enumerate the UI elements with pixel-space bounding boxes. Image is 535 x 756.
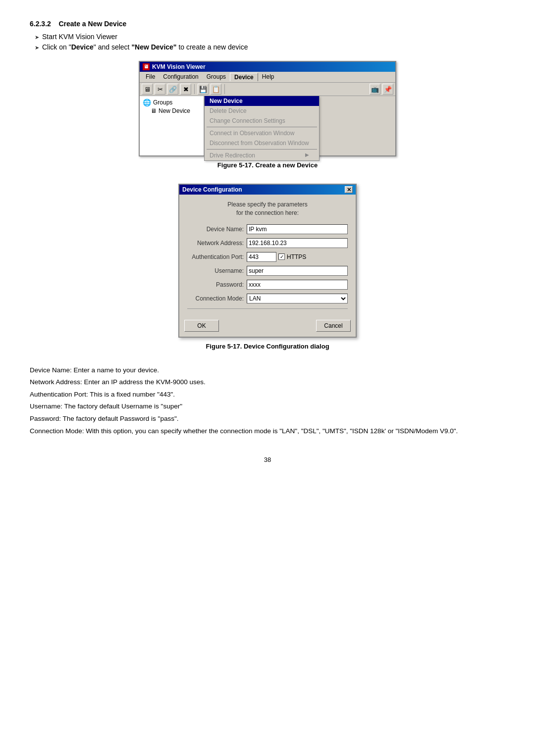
- password-row: Password:: [187, 280, 348, 290]
- toolbar-btn-6[interactable]: 📋: [211, 84, 221, 95]
- desc-username: Username: The factory default Username i…: [30, 401, 505, 412]
- device-config-dialog: Device Configuration ✕ Please specify th…: [178, 184, 357, 338]
- globe-icon: 🌐: [143, 99, 151, 106]
- desc-device-name: Device Name: Enter a name to your device…: [30, 365, 505, 376]
- sidebar-item-groups: 🌐 Groups: [142, 98, 202, 107]
- kvm-body: 🌐 Groups 🖥 New Device New Device Delete …: [140, 96, 395, 155]
- menu-groups[interactable]: Groups: [203, 73, 230, 81]
- kvm-sidebar: 🌐 Groups 🖥 New Device: [140, 96, 204, 155]
- desc-connection-mode: Connection Mode: With this option, you c…: [30, 426, 505, 437]
- menu-configuration[interactable]: Configuration: [159, 73, 202, 81]
- device-name-label: Device Name:: [187, 226, 247, 233]
- dialog-divider: [187, 308, 348, 309]
- toolbar-btn-5[interactable]: 💾: [198, 84, 209, 95]
- kvm-app-icon: 🖥: [143, 63, 150, 70]
- menu-item-delete-device[interactable]: Delete Device: [205, 106, 319, 116]
- username-label: Username:: [187, 267, 247, 274]
- toolbar-separator-1: [194, 84, 195, 94]
- auth-port-row: Authentication Port: ✓ HTTPS: [187, 252, 348, 262]
- desc-network-address: Network Address: Enter an IP address the…: [30, 377, 505, 388]
- kvm-toolbar: 🖥 ✂ 🔗 ✖ 💾 📋 📺 📌: [140, 83, 395, 96]
- dialog-close-button[interactable]: ✕: [345, 186, 353, 193]
- menu-item-drive-redirection[interactable]: Drive Redirection: [205, 151, 319, 160]
- dialog-buttons: OK Cancel: [179, 320, 356, 337]
- menu-item-change-connection[interactable]: Change Connection Settings: [205, 116, 319, 126]
- menu-item-connect-obs[interactable]: Connect in Observation Window: [205, 128, 319, 138]
- menu-help[interactable]: Help: [258, 73, 278, 81]
- dialog-subtitle: Please specify the parameters for the co…: [187, 201, 348, 217]
- description-section: Device Name: Enter a name to your device…: [30, 365, 505, 437]
- https-checkbox[interactable]: ✓: [278, 253, 285, 260]
- groups-label: Groups: [153, 99, 172, 106]
- menu-separator-2: [207, 149, 317, 150]
- username-row: Username:: [187, 266, 348, 276]
- device-dropdown-menu: New Device Delete Device Change Connecti…: [204, 96, 320, 161]
- device-icon: 🖥: [151, 107, 157, 114]
- desc-auth-port: Authentication Port: This is a fixed num…: [30, 389, 505, 400]
- dialog-body: Please specify the parameters for the co…: [179, 195, 356, 320]
- toolbar-btn-8[interactable]: 📌: [382, 84, 393, 95]
- device-name-row: Device Name:: [187, 224, 348, 234]
- new-device-label: New Device: [159, 107, 190, 114]
- kvm-window-title: KVM Vision Viewer: [152, 63, 206, 70]
- network-address-input[interactable]: [247, 238, 348, 248]
- section-heading: 6.2.3.2 Create a New Device: [30, 20, 505, 28]
- bullet-list: Start KVM Vision Viewer Click on "Device…: [35, 33, 505, 51]
- menu-item-new-device[interactable]: New Device: [205, 96, 319, 106]
- section-title: Create a New Device: [58, 20, 126, 28]
- sidebar-item-new-device[interactable]: 🖥 New Device: [150, 107, 202, 115]
- menu-device[interactable]: Device: [230, 73, 258, 81]
- kvm-window: 🖥 KVM Vision Viewer File Configuration G…: [139, 61, 396, 156]
- kvm-main-area: New Device Delete Device Change Connecti…: [204, 96, 395, 155]
- section-number: 6.2.3.2: [30, 20, 51, 28]
- desc-password: Password: The factory default Password i…: [30, 413, 505, 424]
- auth-port-input[interactable]: [247, 252, 276, 262]
- network-address-label: Network Address:: [187, 240, 247, 247]
- toolbar-separator-2: [224, 84, 225, 94]
- device-name-input[interactable]: [247, 224, 348, 234]
- figure1-caption: Figure 5-17. Create a new Device: [30, 161, 505, 169]
- dialog-subtitle-line2: for the connection here:: [236, 209, 299, 216]
- dialog-container: Device Configuration ✕ Please specify th…: [30, 184, 505, 338]
- username-input[interactable]: [247, 266, 348, 276]
- kvm-titlebar: 🖥 KVM Vision Viewer: [140, 62, 395, 72]
- auth-port-label: Authentication Port:: [187, 253, 247, 260]
- password-label: Password:: [187, 281, 247, 288]
- bullet-2: Click on "Device" and select "New Device…: [35, 43, 505, 51]
- toolbar-btn-7[interactable]: 📺: [370, 84, 380, 95]
- menu-separator-1: [207, 127, 317, 127]
- toolbar-btn-3[interactable]: 🔗: [167, 84, 178, 95]
- ok-button[interactable]: OK: [184, 320, 219, 332]
- cancel-button[interactable]: Cancel: [316, 320, 351, 332]
- connection-mode-row: Connection Mode: LAN DSL UMTS ISDN 128k …: [187, 294, 348, 303]
- password-input[interactable]: [247, 280, 348, 290]
- toolbar-btn-4[interactable]: ✖: [180, 84, 191, 95]
- figure2-caption: Figure 5-17. Device Configuration dialog: [30, 343, 505, 350]
- dialog-title: Device Configuration: [182, 186, 242, 193]
- network-address-row: Network Address:: [187, 238, 348, 248]
- bullet-1: Start KVM Vision Viewer: [35, 33, 505, 41]
- https-row: ✓ HTTPS: [247, 252, 306, 262]
- toolbar-btn-1[interactable]: 🖥: [142, 84, 153, 95]
- https-label: HTTPS: [287, 253, 306, 260]
- kvm-menubar: File Configuration Groups Device Help: [140, 72, 395, 83]
- connection-mode-label: Connection Mode:: [187, 295, 247, 302]
- page-number: 38: [30, 456, 505, 463]
- menu-file[interactable]: File: [142, 73, 159, 81]
- dialog-titlebar: Device Configuration ✕: [179, 185, 356, 195]
- connection-mode-select[interactable]: LAN DSL UMTS ISDN 128k ISDN/Modem V9.0: [247, 294, 348, 303]
- dialog-subtitle-line1: Please specify the parameters: [227, 201, 307, 208]
- menu-item-disconnect-obs[interactable]: Disconnect from Observation Window: [205, 138, 319, 148]
- toolbar-btn-2[interactable]: ✂: [155, 84, 165, 95]
